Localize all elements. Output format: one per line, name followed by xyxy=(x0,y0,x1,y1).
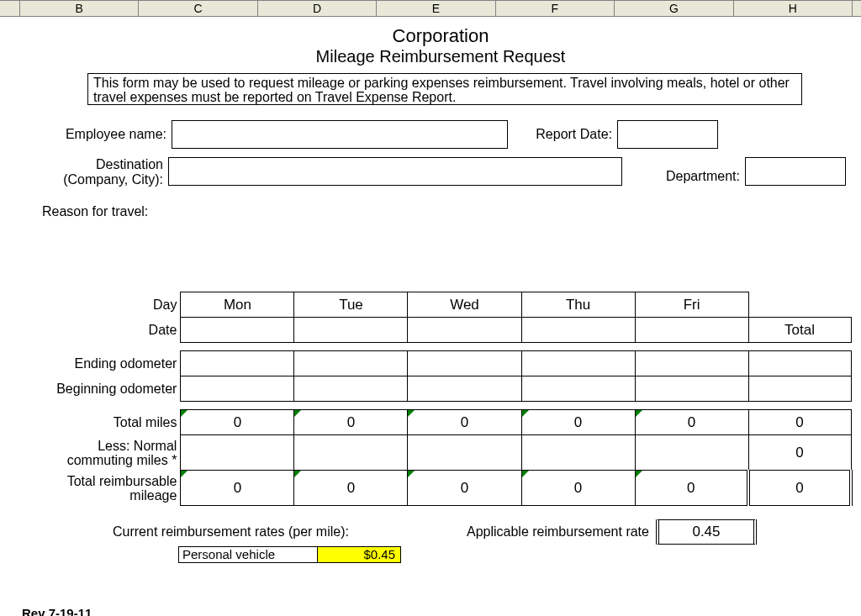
total-miles-thu[interactable]: 0 xyxy=(521,410,635,435)
total-miles-wed[interactable]: 0 xyxy=(408,410,521,435)
rev-footer: Rev 7-19-11 xyxy=(22,606,92,616)
col-tail xyxy=(853,0,861,16)
total-miles-tue[interactable]: 0 xyxy=(294,410,408,435)
total-miles-label: Total miles xyxy=(20,410,181,435)
total-miles-fri[interactable]: 0 xyxy=(635,410,748,435)
ending-odometer-label: Ending odometer xyxy=(20,351,181,376)
date-mon[interactable] xyxy=(181,318,294,343)
employee-name-input[interactable] xyxy=(172,120,508,149)
begin-odo-fri[interactable] xyxy=(635,376,748,402)
date-thu[interactable] xyxy=(521,318,635,343)
begin-odo-wed[interactable] xyxy=(408,376,521,402)
reimb-tue[interactable]: 0 xyxy=(294,471,408,506)
ending-odo-tue[interactable] xyxy=(294,351,408,376)
begin-odo-tue[interactable] xyxy=(294,376,408,402)
commute-total: 0 xyxy=(748,435,851,471)
total-miles-total: 0 xyxy=(748,410,851,435)
col-F[interactable]: F xyxy=(496,0,615,16)
reimb-mon[interactable]: 0 xyxy=(181,471,294,506)
employee-name-label: Employee name: xyxy=(20,120,172,142)
department-label: Department: xyxy=(622,157,745,184)
day-thu: Thu xyxy=(521,292,635,318)
department-input[interactable] xyxy=(745,157,846,186)
ending-odo-wed[interactable] xyxy=(408,351,521,376)
corporation-title: Corporation xyxy=(20,25,861,47)
col-D[interactable]: D xyxy=(258,0,377,16)
report-date-input[interactable] xyxy=(617,120,718,149)
instructions-text: This form may be used to request mileage… xyxy=(93,76,790,104)
reimb-total: 0 xyxy=(748,471,851,506)
commute-thu[interactable] xyxy=(521,435,635,471)
date-row-label: Date xyxy=(20,318,181,343)
commute-tue[interactable] xyxy=(294,435,408,471)
destination-label-line2: (Company, City): xyxy=(63,172,163,187)
day-row-label: Day xyxy=(20,292,181,318)
begin-odo-total xyxy=(748,376,851,402)
commute-fri[interactable] xyxy=(635,435,748,471)
total-header: Total xyxy=(748,318,851,343)
commuting-label-line2: commuting miles * xyxy=(67,453,177,467)
reimbursable-label-line1: Total reimbursable xyxy=(67,474,177,488)
personal-vehicle-label: Personal vehicle xyxy=(178,546,317,563)
begin-odo-mon[interactable] xyxy=(181,376,294,402)
column-headers: B C D E F G H xyxy=(0,0,861,17)
col-stub xyxy=(0,0,20,16)
current-rates-label: Current reimbursement rates (per mile): xyxy=(113,524,349,540)
reimb-thu[interactable]: 0 xyxy=(521,471,635,506)
day-mon: Mon xyxy=(181,292,294,318)
destination-label-line1: Destination xyxy=(96,157,163,171)
reimb-wed[interactable]: 0 xyxy=(408,471,521,506)
day-fri: Fri xyxy=(635,292,748,318)
day-tue: Tue xyxy=(294,292,408,318)
commute-mon[interactable] xyxy=(181,435,294,471)
date-wed[interactable] xyxy=(408,318,521,343)
reason-for-travel-label: Reason for travel: xyxy=(42,204,861,219)
form-title: Mileage Reimbursement Request xyxy=(20,47,861,66)
beginning-odometer-label: Beginning odometer xyxy=(20,376,181,402)
personal-vehicle-rate[interactable]: $0.45 xyxy=(317,546,401,563)
ending-odo-total xyxy=(748,351,851,376)
ending-odo-fri[interactable] xyxy=(635,351,748,376)
applicable-rate-value[interactable]: 0.45 xyxy=(656,519,757,545)
col-C[interactable]: C xyxy=(139,0,257,16)
col-B[interactable]: B xyxy=(20,0,139,16)
applicable-rate-label: Applicable reimbursement rate xyxy=(467,524,649,540)
col-E[interactable]: E xyxy=(377,0,495,16)
worksheet: Corporation Mileage Reimbursement Reques… xyxy=(0,17,861,616)
reimbursable-label-line2: mileage xyxy=(129,488,177,503)
ending-odo-thu[interactable] xyxy=(521,351,635,376)
date-tue[interactable] xyxy=(294,318,408,343)
mileage-table: Day Mon Tue Wed Thu Fri Date Total Endin… xyxy=(20,292,853,506)
begin-odo-thu[interactable] xyxy=(521,376,635,402)
commuting-label-line1: Less: Normal xyxy=(98,439,177,453)
instructions-box: This form may be used to request mileage… xyxy=(87,73,802,105)
reimb-fri[interactable]: 0 xyxy=(635,471,748,506)
day-wed: Wed xyxy=(408,292,521,318)
ending-odo-mon[interactable] xyxy=(181,351,294,376)
report-date-label: Report Date: xyxy=(508,120,617,142)
destination-input[interactable] xyxy=(168,157,622,186)
col-G[interactable]: G xyxy=(615,0,733,16)
commute-wed[interactable] xyxy=(408,435,521,471)
col-H[interactable]: H xyxy=(734,0,853,16)
total-miles-mon[interactable]: 0 xyxy=(181,410,294,435)
date-fri[interactable] xyxy=(635,318,748,343)
